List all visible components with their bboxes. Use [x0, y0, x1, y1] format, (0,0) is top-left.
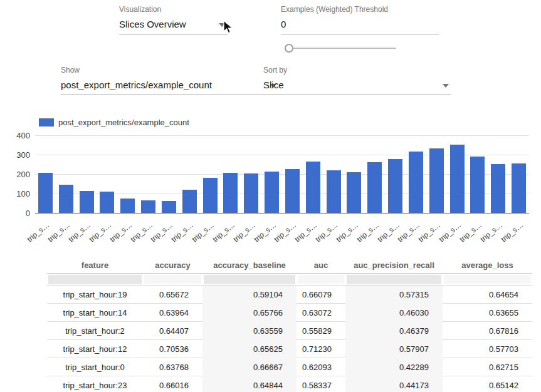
table-cell: 0.64654 — [443, 286, 532, 304]
visualization-control: Visualization Slices Overview — [119, 5, 228, 34]
sort-by-value: Slice — [263, 80, 284, 90]
filter-cell — [143, 274, 202, 285]
bar[interactable] — [512, 163, 526, 213]
bar[interactable] — [265, 172, 279, 213]
table-row[interactable]: trip_start_hour:20.644070.635590.558290.… — [47, 322, 532, 340]
table-cell: 0.67816 — [443, 322, 532, 340]
bar[interactable] — [141, 200, 155, 213]
column-header[interactable]: auc_precision_recall — [345, 260, 443, 270]
y-axis-tick: 100 — [9, 189, 30, 199]
bar[interactable] — [409, 152, 423, 213]
filter-cell — [47, 274, 143, 285]
y-axis-tick: 300 — [9, 150, 30, 160]
threshold-control: Examples (Weighted) Threshold 0 — [281, 5, 439, 34]
filter-cell — [443, 274, 532, 285]
table-cell: 0.59104 — [202, 286, 297, 304]
table-cell: 0.66667 — [202, 358, 297, 376]
threshold-input[interactable]: 0 — [281, 14, 439, 34]
filter-input[interactable] — [144, 275, 201, 284]
y-axis-tick: 400 — [9, 131, 30, 141]
table-cell: 0.65672 — [143, 286, 202, 304]
metrics-table: featureaccuracyaccuracy_baselineaucauc_p… — [47, 257, 532, 392]
table-cell: 0.63072 — [297, 304, 345, 322]
filter-input[interactable] — [48, 275, 142, 284]
y-axis-tick: 200 — [9, 170, 30, 180]
bar[interactable] — [223, 173, 238, 213]
bar[interactable] — [182, 190, 197, 213]
show-control: Show post_export_metrics/example_count — [61, 66, 279, 95]
table-row[interactable]: trip_start_hour:00.637680.666670.620930.… — [47, 358, 532, 376]
table-cell: 0.57315 — [345, 286, 443, 304]
table-body: trip_start_hour:190.656720.591040.660790… — [47, 286, 532, 392]
bar[interactable] — [388, 159, 402, 213]
filter-input[interactable] — [298, 275, 344, 284]
slider-track — [285, 48, 396, 49]
bar[interactable] — [59, 185, 73, 213]
table-cell: 0.46379 — [345, 322, 443, 340]
visualization-dropdown[interactable]: Slices Overview — [119, 14, 228, 34]
table-cell: trip_start_hour:19 — [47, 286, 143, 304]
table-row[interactable]: trip_start_hour:120.705360.656250.712300… — [47, 340, 532, 358]
filter-input[interactable] — [444, 275, 531, 284]
table-cell: 0.63964 — [143, 304, 202, 322]
bar[interactable] — [100, 192, 114, 213]
bar[interactable] — [327, 170, 341, 213]
visualization-value: Slices Overview — [119, 19, 186, 29]
bar[interactable] — [470, 157, 485, 213]
legend-swatch — [39, 118, 54, 126]
threshold-slider[interactable] — [285, 43, 396, 53]
column-header[interactable]: feature — [47, 260, 143, 270]
bar[interactable] — [244, 173, 258, 213]
table-row[interactable]: trip_start_hour:230.660160.648440.583370… — [47, 376, 532, 392]
gridline — [35, 135, 529, 136]
threshold-label: Examples (Weighted) Threshold — [281, 5, 439, 14]
x-axis-labels: trip_s…trip_s…trip_s…trip_s…trip_s…trip_… — [35, 217, 529, 242]
table-cell: trip_start_hour:0 — [47, 358, 143, 376]
bar[interactable] — [347, 172, 361, 213]
chevron-down-icon — [443, 84, 449, 88]
table-cell: 0.65142 — [443, 376, 532, 392]
table-cell: trip_start_hour:2 — [47, 322, 143, 340]
table-row[interactable]: trip_start_hour:140.639640.657660.630720… — [47, 304, 532, 322]
table-cell: 0.63768 — [143, 358, 202, 376]
bar[interactable] — [367, 162, 382, 213]
column-header[interactable]: accuracy_baseline — [202, 260, 297, 270]
gridline — [35, 213, 529, 214]
bar[interactable] — [306, 162, 320, 213]
column-header[interactable]: accuracy — [143, 260, 202, 270]
table-row[interactable]: trip_start_hour:190.656720.591040.660790… — [47, 286, 532, 304]
table-cell: 0.65766 — [202, 304, 297, 322]
bar[interactable] — [203, 178, 218, 213]
slicing-metrics-browser: Visualization Slices Overview Examples (… — [0, 0, 541, 392]
filter-cell — [345, 274, 443, 285]
sort-by-control: Sort by Slice — [263, 66, 451, 95]
bar[interactable] — [120, 199, 135, 213]
filter-input[interactable] — [204, 275, 295, 284]
bar[interactable] — [491, 164, 505, 213]
table-cell: trip_start_hour:12 — [47, 340, 143, 358]
table-cell: 0.55829 — [297, 322, 345, 340]
bar[interactable] — [38, 173, 53, 213]
bar[interactable] — [162, 201, 176, 213]
slider-handle[interactable] — [285, 44, 293, 53]
bar[interactable] — [285, 169, 300, 213]
table-cell: 0.70536 — [143, 340, 202, 358]
column-header[interactable]: auc — [297, 260, 345, 270]
table-cell: 0.44173 — [345, 376, 443, 392]
show-dropdown[interactable]: post_export_metrics/example_count — [61, 75, 279, 95]
bar[interactable] — [80, 191, 94, 213]
table-cell: 0.63559 — [202, 322, 297, 340]
show-label: Show — [61, 66, 279, 75]
column-header[interactable]: average_loss — [443, 260, 532, 270]
visualization-label: Visualization — [119, 5, 228, 14]
plot-area — [35, 136, 529, 214]
sort-by-dropdown[interactable]: Slice — [263, 75, 451, 95]
mouse-cursor-icon — [223, 20, 234, 35]
chart-legend: post_export_metrics/example_count — [39, 118, 189, 127]
table-cell: 0.71230 — [297, 340, 345, 358]
filter-input[interactable] — [347, 275, 441, 284]
table-filter-row — [47, 274, 532, 286]
bar[interactable] — [429, 148, 444, 213]
table-header-row: featureaccuracyaccuracy_baselineaucauc_p… — [47, 257, 532, 274]
bar[interactable] — [450, 145, 465, 213]
